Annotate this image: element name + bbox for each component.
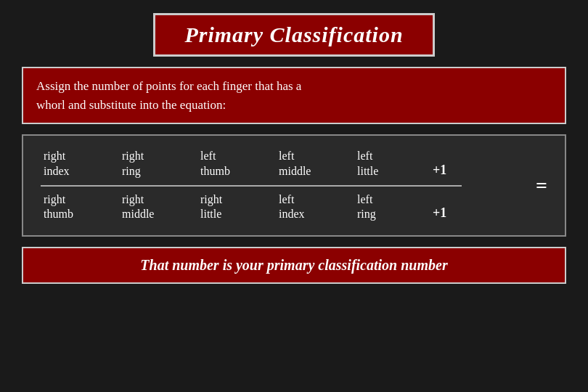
- bottom-text: That number is your primary classificati…: [140, 257, 447, 273]
- den-cell-2: right middle: [119, 192, 197, 223]
- page-title: Primary Classification: [184, 23, 403, 46]
- description-box: Assign the number of points for each fin…: [22, 67, 566, 124]
- den-cell-3: right little: [197, 192, 276, 223]
- fraction: right index right ring left thumb: [41, 149, 524, 222]
- num-cell-3: left thumb: [197, 149, 276, 179]
- title-box: Primary Classification: [153, 13, 434, 57]
- den-cell-5: left ring: [354, 192, 433, 223]
- den-cell-4: left index: [276, 192, 354, 223]
- num-cell-5: left little: [354, 149, 433, 179]
- den-cell-1: right thumb: [41, 192, 119, 223]
- description-text: Assign the number of points for each fin…: [36, 77, 552, 114]
- denominator: right thumb right middle right little: [41, 192, 433, 223]
- num-cell-4: left middle: [276, 149, 354, 179]
- numerator: right index right ring left thumb: [41, 149, 433, 179]
- denominator-row: right thumb right middle right little: [41, 192, 524, 223]
- num-cell-1: right index: [41, 149, 119, 179]
- plus-one-numerator: +1: [433, 163, 446, 179]
- fraction-divider: [41, 185, 462, 187]
- bottom-text-box: That number is your primary classificati…: [22, 247, 566, 284]
- plus-one-denominator: +1: [433, 205, 446, 222]
- num-cell-2: right ring: [119, 149, 197, 179]
- numerator-row: right index right ring left thumb: [41, 149, 524, 179]
- equation-box: right index right ring left thumb: [22, 134, 566, 237]
- equals-sign: =: [536, 174, 547, 197]
